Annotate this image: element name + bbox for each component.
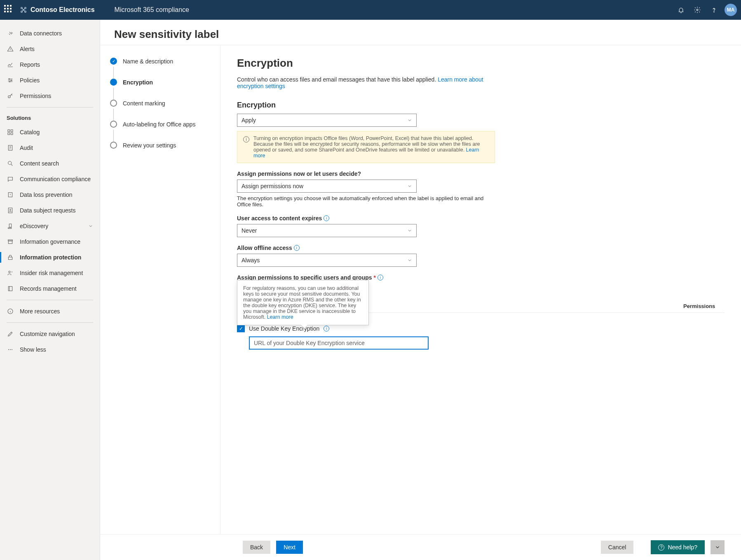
dke-url-input[interactable] [249, 336, 429, 350]
step-review[interactable]: Review your settings [110, 142, 215, 149]
help-icon[interactable] [706, 0, 722, 20]
dke-checkbox[interactable]: ✓ [237, 324, 245, 332]
step-label: Auto-labeling for Office apps [123, 121, 195, 128]
person-doc-icon [7, 207, 14, 214]
nav-label: Alerts [20, 46, 35, 52]
need-help-expand[interactable] [711, 540, 725, 554]
nav-label: Customize navigation [20, 331, 75, 337]
nav-label: Insider risk management [20, 270, 83, 276]
nav-info-protection[interactable]: Information protection [0, 250, 100, 265]
nav-label: Records management [20, 285, 77, 292]
plug-icon [7, 30, 14, 37]
svg-point-2 [21, 11, 23, 13]
nav-data-connectors[interactable]: Data connectors [0, 26, 100, 41]
svg-rect-12 [8, 133, 10, 135]
nav-label: Content search [20, 160, 59, 167]
chevron-down-icon [88, 224, 93, 229]
nav-policies[interactable]: Policies [0, 72, 100, 88]
dropdown-value: Apply [242, 117, 256, 124]
nav-label: Show less [20, 346, 46, 353]
nav-audit[interactable]: Audit [0, 140, 100, 156]
nav-records[interactable]: Records management [0, 281, 100, 296]
nav-show-less[interactable]: Show less [0, 342, 100, 357]
help-circle-icon: ? [658, 544, 664, 551]
offline-access-label: Allow offline access i [237, 245, 725, 251]
chevron-down-icon [407, 118, 412, 123]
svg-point-23 [9, 271, 10, 273]
step-name-description[interactable]: ✓ Name & description [110, 58, 215, 65]
wizard-footer: Back Next Cancel ? Need help? [100, 534, 741, 560]
nav-dlp[interactable]: Data loss prevention [0, 187, 100, 203]
notifications-icon[interactable] [673, 0, 689, 20]
grid-icon [7, 128, 14, 136]
offline-access-dropdown[interactable]: Always [237, 254, 417, 267]
nav-label: Data connectors [20, 30, 62, 37]
nav-dsr[interactable]: Data subject requests [0, 203, 100, 218]
audit-icon [7, 144, 14, 152]
user-access-expires-dropdown[interactable]: Never [237, 224, 417, 237]
nav-insider-risk[interactable]: Insider risk management [0, 265, 100, 281]
nav-label: Audit [20, 145, 33, 151]
encryption-subheader: Encryption [237, 101, 725, 110]
nav-ediscovery[interactable]: eDiscovery [0, 218, 100, 234]
info-icon[interactable]: i [378, 275, 383, 280]
shield-lock-icon [7, 191, 14, 198]
step-auto-labeling[interactable]: Auto-labeling for Office apps [110, 121, 215, 128]
svg-point-5 [713, 12, 714, 12]
back-button[interactable]: Back [243, 541, 270, 554]
sliders-icon [7, 77, 14, 84]
nav-content-search[interactable]: Content search [0, 156, 100, 171]
section-description: Control who can access files and email m… [237, 76, 501, 89]
wizard-steps: ✓ Name & description Encryption Content … [100, 45, 220, 560]
user-avatar[interactable]: MA [725, 4, 737, 16]
search-icon [7, 160, 14, 167]
wizard-content: Encryption Control who can access files … [220, 45, 741, 560]
pencil-icon [7, 330, 14, 338]
nav-reports[interactable]: Reports [0, 57, 100, 72]
assign-permissions-dropdown[interactable]: Assign permissions now [237, 180, 417, 193]
nav-customize[interactable]: Customize navigation [0, 326, 100, 342]
settings-icon[interactable] [689, 0, 706, 20]
encryption-apply-dropdown[interactable]: Apply [237, 114, 417, 127]
section-title: Encryption [237, 57, 725, 70]
step-label: Name & description [123, 58, 173, 65]
chevron-down-icon [407, 228, 412, 233]
step-encryption[interactable]: Encryption [110, 79, 215, 86]
nav-label: Reports [20, 61, 40, 68]
nav-alerts[interactable]: Alerts [0, 41, 100, 57]
nav-label: Catalog [20, 129, 40, 135]
chart-icon [7, 61, 14, 68]
tooltip-learn-more-link[interactable]: Learn more [267, 314, 293, 320]
svg-point-27 [10, 349, 11, 350]
step-complete-icon: ✓ [110, 58, 117, 65]
step-content-marking[interactable]: Content marking [110, 100, 215, 107]
nav-info-governance[interactable]: Information governance [0, 234, 100, 250]
nav-label: Information governance [20, 238, 80, 245]
left-navigation: Data connectors Alerts Reports Policies … [0, 20, 100, 560]
nav-divider [7, 322, 93, 323]
info-circle-icon [7, 308, 14, 315]
info-icon[interactable]: i [294, 245, 300, 251]
more-icon [7, 346, 14, 353]
info-icon[interactable]: i [324, 215, 329, 221]
page-title: New sensitivity label [114, 28, 727, 41]
nav-communication-compliance[interactable]: Communication compliance [0, 171, 100, 187]
cancel-button[interactable]: Cancel [601, 541, 634, 554]
next-button[interactable]: Next [276, 541, 303, 554]
warning-icon [7, 45, 14, 53]
step-label: Encryption [123, 79, 153, 86]
nav-catalog[interactable]: Catalog [0, 124, 100, 140]
need-help-button[interactable]: ? Need help? [651, 540, 705, 554]
nav-label: Data loss prevention [20, 191, 73, 198]
nav-permissions[interactable]: Permissions [0, 88, 100, 104]
svg-point-4 [696, 9, 698, 11]
step-pending-icon [110, 100, 117, 107]
svg-rect-11 [11, 130, 13, 132]
user-access-expires-label: User access to content expires i [237, 215, 725, 222]
svg-point-1 [25, 7, 26, 9]
nav-more-resources[interactable]: More resources [0, 303, 100, 319]
assign-permissions-help: The encryption settings you choose will … [237, 195, 492, 208]
info-icon[interactable]: i [324, 326, 329, 331]
nav-label: Information protection [20, 254, 81, 261]
app-launcher-icon[interactable] [4, 5, 14, 15]
